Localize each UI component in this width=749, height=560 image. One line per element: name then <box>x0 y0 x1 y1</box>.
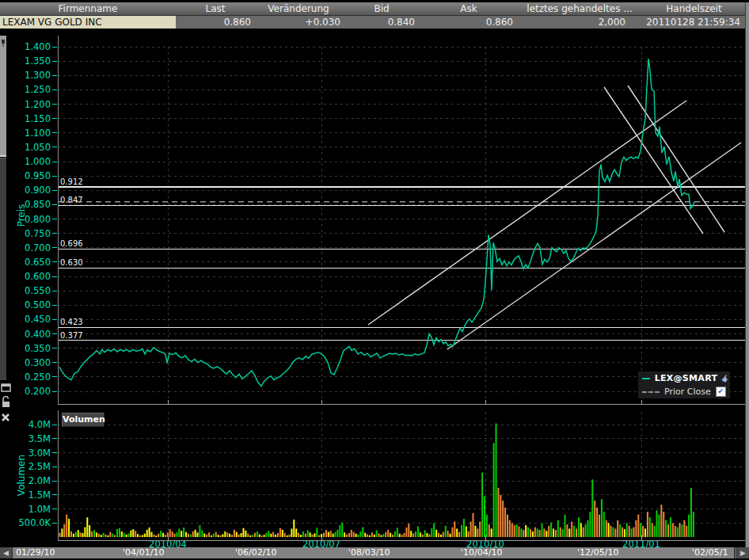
scrollbar-date-label: '12/05/10 <box>577 547 618 558</box>
volume-bar <box>637 515 639 537</box>
volume-bar <box>606 520 607 537</box>
volume-bar <box>477 528 478 537</box>
scroll-right-button[interactable]: ▶ <box>736 547 749 558</box>
volume-bar <box>369 535 371 537</box>
scrollbar-date-label: '02/05/1 <box>692 547 728 558</box>
volume-bar <box>500 495 501 537</box>
volume-bar <box>344 532 345 537</box>
volume-bar <box>137 534 139 537</box>
chart-overlay-lines[interactable]: 0.9120.8470.6960.6300.4230.377 <box>58 86 745 349</box>
volume-bar <box>612 528 614 537</box>
svg-text:3.5M: 3.5M <box>29 433 51 444</box>
volume-bar <box>89 525 90 537</box>
volume-bar <box>622 528 623 537</box>
volume-bar <box>656 510 658 537</box>
volume-bar <box>302 531 304 537</box>
price-axis-title: Preis <box>16 204 27 227</box>
volume-bar <box>677 528 679 537</box>
svg-text:1.300: 1.300 <box>25 70 51 81</box>
volume-bar <box>96 532 97 537</box>
volume-bar <box>387 530 389 537</box>
volume-bar <box>560 528 561 537</box>
volume-bar <box>259 535 260 538</box>
volume-bar <box>224 531 226 537</box>
volume-bar <box>289 535 291 537</box>
volume-bar <box>658 515 660 537</box>
volume-bar <box>663 512 664 537</box>
time-scrollbar[interactable]: ◀ ▶ 01/29/10'04/01/10'06/02/10'08/03/10'… <box>0 547 749 558</box>
volume-bar <box>450 534 451 537</box>
volume-bar <box>355 534 357 537</box>
volume-bar <box>519 527 520 538</box>
volume-bar <box>532 531 534 537</box>
volume-bar <box>378 533 380 537</box>
volume-bar <box>312 535 314 537</box>
volume-bar <box>128 533 130 537</box>
volume-bar <box>681 524 682 537</box>
volume-bar <box>576 528 577 537</box>
volume-bar <box>330 531 332 537</box>
trend-line <box>368 101 686 325</box>
volume-bar <box>80 532 82 537</box>
legend-item-series[interactable]: LEX@SMART ☛ <box>638 371 730 385</box>
volume-bar <box>310 532 311 537</box>
volume-bar <box>124 533 125 537</box>
volume-pane-title[interactable]: Volumen <box>62 413 105 427</box>
scrollbar-thumb-edge[interactable] <box>734 547 736 558</box>
volume-bar <box>585 524 587 537</box>
support-line-label: 0.630 <box>60 258 83 267</box>
chart-legend[interactable]: LEX@SMART ☛ Prior Close ✔ <box>638 371 730 398</box>
volume-bar <box>245 531 246 537</box>
prior-close-checkbox[interactable]: ✔ <box>716 387 726 397</box>
volume-bar <box>197 532 199 537</box>
volume-bar <box>279 528 281 537</box>
window-icon[interactable] <box>1 381 11 393</box>
legend-item-prior-close[interactable]: Prior Close ✔ <box>638 385 730 398</box>
support-line-label: 0.847 <box>60 196 83 204</box>
volume-bar <box>86 517 88 537</box>
volume-bar <box>109 532 111 537</box>
volume-bar <box>568 528 570 537</box>
volume-bar <box>688 515 690 537</box>
volume-bar <box>665 520 667 537</box>
volume-bars[interactable] <box>59 424 694 538</box>
volume-bar <box>539 530 541 537</box>
volume-bar <box>243 528 245 537</box>
volume-bar <box>132 529 134 537</box>
svg-text:0.800: 0.800 <box>25 214 51 225</box>
left-splitter-bottom[interactable] <box>0 158 6 380</box>
volume-bar <box>481 473 483 538</box>
volume-bar <box>468 531 470 537</box>
volume-bar <box>190 535 192 537</box>
volume-bar <box>328 532 329 537</box>
volume-bar <box>422 535 424 537</box>
volume-bar <box>295 528 297 537</box>
volume-bar <box>149 528 150 537</box>
left-splitter-top[interactable] <box>0 36 6 157</box>
volume-bar <box>287 535 288 537</box>
unlock-icon[interactable] <box>1 395 11 407</box>
volume-bar <box>231 535 233 537</box>
close-icon[interactable] <box>1 411 11 423</box>
volume-bar <box>305 534 306 537</box>
volume-bar <box>277 533 279 537</box>
volume-bar <box>555 530 557 537</box>
pin-icon[interactable] <box>0 38 6 48</box>
volume-bar <box>341 523 343 537</box>
price-series[interactable] <box>59 59 694 386</box>
scroll-left-button[interactable]: ◀ <box>0 547 13 558</box>
svg-text:2.0M: 2.0M <box>29 475 51 486</box>
price-line <box>59 59 694 386</box>
right-scrollbar[interactable] <box>745 2 749 547</box>
volume-bar <box>348 533 350 537</box>
volume-bar <box>167 532 169 537</box>
volume-bar <box>208 532 210 537</box>
volume-bar <box>188 534 189 537</box>
volume-bar <box>176 532 177 537</box>
volume-bar <box>307 531 309 538</box>
volume-bar <box>371 532 373 537</box>
volume-bar <box>300 535 302 537</box>
volume-bar <box>282 530 283 537</box>
chart-canvas[interactable]: 0.2000.2500.3000.3500.4000.4500.5000.550… <box>0 0 749 560</box>
volume-bar <box>509 520 511 537</box>
